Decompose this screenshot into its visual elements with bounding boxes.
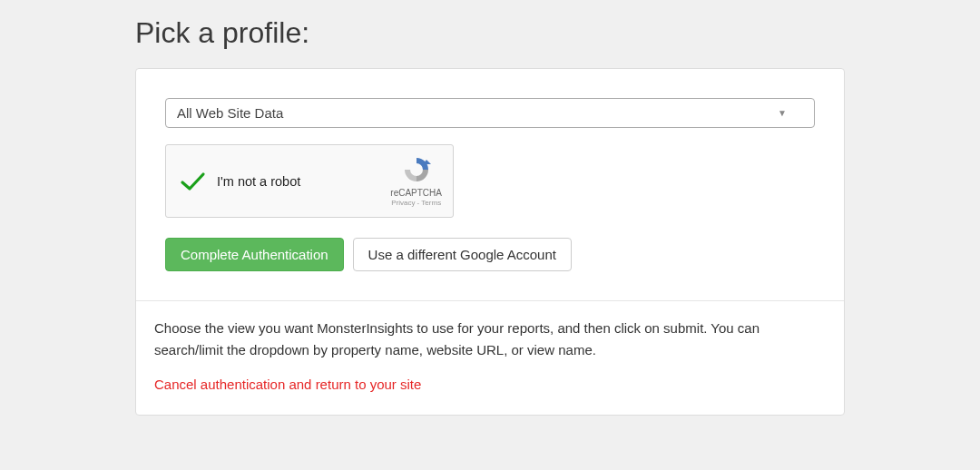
profile-card: All Web Site Data ▼ I'm not a robot — [135, 68, 845, 416]
chevron-down-icon: ▼ — [778, 108, 787, 118]
use-different-account-button[interactable]: Use a different Google Account — [353, 238, 572, 271]
helper-text: Choose the view you want MonsterInsights… — [154, 318, 826, 360]
checkmark-icon — [177, 166, 208, 197]
complete-authentication-button[interactable]: Complete Authentication — [165, 238, 344, 271]
recaptcha-logo-icon — [401, 154, 432, 185]
profile-dropdown[interactable]: All Web Site Data ▼ — [165, 98, 815, 128]
page-title: Pick a profile: — [135, 16, 845, 50]
recaptcha-widget[interactable]: I'm not a robot reCAPTCHA Privacy - Term… — [165, 144, 454, 218]
recaptcha-label: I'm not a robot — [217, 174, 381, 189]
recaptcha-brand: reCAPTCHA Privacy - Terms — [390, 154, 442, 208]
cancel-authentication-link[interactable]: Cancel authentication and return to your… — [154, 377, 421, 392]
profile-dropdown-value: All Web Site Data — [177, 105, 283, 121]
